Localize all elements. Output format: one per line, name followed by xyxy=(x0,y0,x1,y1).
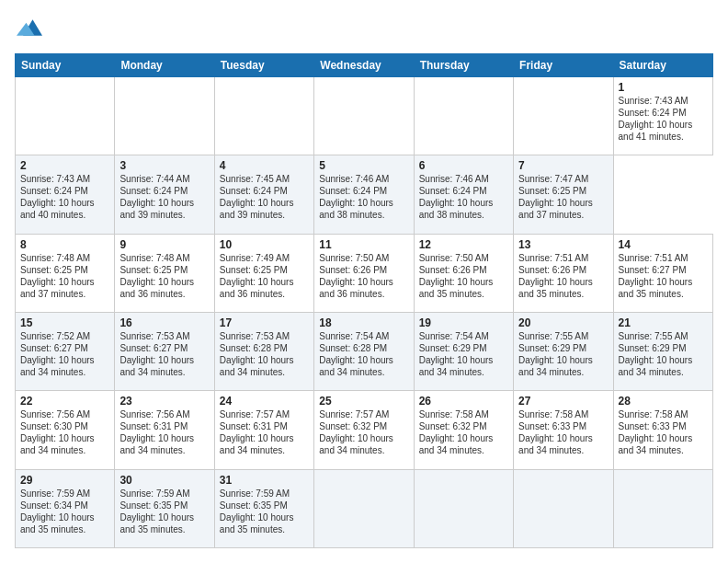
calendar-day-cell: 22 Sunrise: 7:56 AM Sunset: 6:30 PM Dayl… xyxy=(16,391,115,469)
calendar-day-cell xyxy=(314,469,414,547)
day-info: Sunrise: 7:50 AM Sunset: 6:26 PM Dayligh… xyxy=(319,252,408,300)
day-header: Sunday xyxy=(16,54,115,77)
calendar-week-row: 29 Sunrise: 7:59 AM Sunset: 6:34 PM Dayl… xyxy=(16,469,713,547)
calendar-week-row: 15 Sunrise: 7:52 AM Sunset: 6:27 PM Dayl… xyxy=(16,312,713,390)
day-number: 22 xyxy=(20,395,109,408)
calendar-day-cell: 1 Sunrise: 7:43 AM Sunset: 6:24 PM Dayli… xyxy=(613,77,712,155)
day-number: 8 xyxy=(20,238,109,251)
day-info: Sunrise: 7:59 AM Sunset: 6:34 PM Dayligh… xyxy=(20,488,109,535)
calendar-week-row: 1 Sunrise: 7:43 AM Sunset: 6:24 PM Dayli… xyxy=(16,77,713,155)
day-info: Sunrise: 7:46 AM Sunset: 6:24 PM Dayligh… xyxy=(319,173,408,221)
day-number: 17 xyxy=(220,316,309,329)
day-info: Sunrise: 7:55 AM Sunset: 6:29 PM Dayligh… xyxy=(518,330,608,378)
day-info: Sunrise: 7:58 AM Sunset: 6:33 PM Dayligh… xyxy=(518,408,608,456)
day-number: 15 xyxy=(20,316,109,329)
day-number: 7 xyxy=(518,159,608,172)
calendar-day-cell: 26 Sunrise: 7:58 AM Sunset: 6:32 PM Dayl… xyxy=(414,391,513,469)
calendar-day-cell: 18 Sunrise: 7:54 AM Sunset: 6:28 PM Dayl… xyxy=(314,312,414,390)
calendar-day-cell: 8 Sunrise: 7:48 AM Sunset: 6:25 PM Dayli… xyxy=(16,234,115,312)
day-number: 3 xyxy=(119,159,209,172)
day-header: Wednesday xyxy=(314,54,414,77)
day-number: 18 xyxy=(319,316,408,329)
calendar-table: SundayMondayTuesdayWednesdayThursdayFrid… xyxy=(15,53,713,548)
calendar-day-cell: 5 Sunrise: 7:46 AM Sunset: 6:24 PM Dayli… xyxy=(314,155,414,234)
calendar-week-row: 8 Sunrise: 7:48 AM Sunset: 6:25 PM Dayli… xyxy=(16,234,713,312)
calendar-day-cell: 31 Sunrise: 7:59 AM Sunset: 6:35 PM Dayl… xyxy=(214,469,313,547)
calendar-day-cell: 24 Sunrise: 7:57 AM Sunset: 6:31 PM Dayl… xyxy=(214,391,313,469)
day-info: Sunrise: 7:56 AM Sunset: 6:31 PM Dayligh… xyxy=(119,408,209,456)
calendar-day-cell: 6 Sunrise: 7:46 AM Sunset: 6:24 PM Dayli… xyxy=(414,155,513,234)
day-info: Sunrise: 7:59 AM Sunset: 6:35 PM Dayligh… xyxy=(119,488,209,535)
day-info: Sunrise: 7:49 AM Sunset: 6:25 PM Dayligh… xyxy=(220,252,309,300)
day-header: Thursday xyxy=(414,54,513,77)
day-info: Sunrise: 7:45 AM Sunset: 6:24 PM Dayligh… xyxy=(220,173,309,221)
day-info: Sunrise: 7:57 AM Sunset: 6:32 PM Dayligh… xyxy=(319,408,408,456)
day-number: 24 xyxy=(220,395,309,408)
page: SundayMondayTuesdayWednesdayThursdayFrid… xyxy=(0,0,728,563)
day-number: 16 xyxy=(119,316,209,329)
day-number: 5 xyxy=(319,159,408,172)
day-number: 25 xyxy=(319,395,408,408)
calendar-day-cell: 11 Sunrise: 7:50 AM Sunset: 6:26 PM Dayl… xyxy=(314,234,414,312)
day-number: 11 xyxy=(319,238,408,251)
calendar-day-cell: 25 Sunrise: 7:57 AM Sunset: 6:32 PM Dayl… xyxy=(314,391,414,469)
day-number: 10 xyxy=(220,238,309,251)
calendar-day-cell: 7 Sunrise: 7:47 AM Sunset: 6:25 PM Dayli… xyxy=(514,155,613,234)
day-number: 20 xyxy=(518,316,608,329)
day-number: 23 xyxy=(119,395,209,408)
day-number: 29 xyxy=(20,474,109,487)
day-info: Sunrise: 7:48 AM Sunset: 6:25 PM Dayligh… xyxy=(119,252,209,300)
calendar-day-cell: 27 Sunrise: 7:58 AM Sunset: 6:33 PM Dayl… xyxy=(514,391,613,469)
day-info: Sunrise: 7:57 AM Sunset: 6:31 PM Dayligh… xyxy=(220,408,309,456)
calendar-day-cell: 30 Sunrise: 7:59 AM Sunset: 6:35 PM Dayl… xyxy=(115,469,214,547)
calendar-day-cell: 20 Sunrise: 7:55 AM Sunset: 6:29 PM Dayl… xyxy=(514,312,613,390)
day-info: Sunrise: 7:46 AM Sunset: 6:24 PM Dayligh… xyxy=(419,173,508,221)
day-number: 28 xyxy=(619,395,708,408)
calendar-day-cell: 19 Sunrise: 7:54 AM Sunset: 6:29 PM Dayl… xyxy=(414,312,513,390)
day-number: 27 xyxy=(518,395,608,408)
day-number: 13 xyxy=(518,238,608,251)
day-info: Sunrise: 7:53 AM Sunset: 6:27 PM Dayligh… xyxy=(119,330,209,378)
calendar-day-cell: 14 Sunrise: 7:51 AM Sunset: 6:27 PM Dayl… xyxy=(613,234,712,312)
calendar-day-cell: 9 Sunrise: 7:48 AM Sunset: 6:25 PM Dayli… xyxy=(115,234,214,312)
day-info: Sunrise: 7:54 AM Sunset: 6:28 PM Dayligh… xyxy=(319,330,408,378)
day-info: Sunrise: 7:50 AM Sunset: 6:26 PM Dayligh… xyxy=(419,252,508,300)
day-number: 9 xyxy=(119,238,209,251)
day-info: Sunrise: 7:59 AM Sunset: 6:35 PM Dayligh… xyxy=(220,488,309,535)
day-info: Sunrise: 7:51 AM Sunset: 6:26 PM Dayligh… xyxy=(518,252,608,300)
calendar-day-cell xyxy=(16,77,115,155)
day-info: Sunrise: 7:47 AM Sunset: 6:25 PM Dayligh… xyxy=(518,173,608,221)
calendar-day-cell: 16 Sunrise: 7:53 AM Sunset: 6:27 PM Dayl… xyxy=(115,312,214,390)
calendar-day-cell: 23 Sunrise: 7:56 AM Sunset: 6:31 PM Dayl… xyxy=(115,391,214,469)
calendar-day-cell xyxy=(214,77,313,155)
calendar-body: 1 Sunrise: 7:43 AM Sunset: 6:24 PM Dayli… xyxy=(16,77,713,548)
calendar-day-cell: 13 Sunrise: 7:51 AM Sunset: 6:26 PM Dayl… xyxy=(514,234,613,312)
day-number: 12 xyxy=(419,238,508,251)
header xyxy=(15,15,713,44)
day-number: 31 xyxy=(220,474,309,487)
calendar-day-cell xyxy=(514,469,613,547)
day-number: 2 xyxy=(20,159,109,172)
calendar-day-cell xyxy=(514,77,613,155)
day-header: Saturday xyxy=(613,54,712,77)
day-number: 30 xyxy=(119,474,209,487)
day-number: 6 xyxy=(419,159,508,172)
calendar-day-cell: 12 Sunrise: 7:50 AM Sunset: 6:26 PM Dayl… xyxy=(414,234,513,312)
calendar-day-cell: 3 Sunrise: 7:44 AM Sunset: 6:24 PM Dayli… xyxy=(115,155,214,234)
calendar-day-cell: 21 Sunrise: 7:55 AM Sunset: 6:29 PM Dayl… xyxy=(613,312,712,390)
day-info: Sunrise: 7:58 AM Sunset: 6:33 PM Dayligh… xyxy=(619,408,708,456)
calendar-day-cell xyxy=(314,77,414,155)
day-info: Sunrise: 7:56 AM Sunset: 6:30 PM Dayligh… xyxy=(20,408,109,456)
calendar-day-cell: 10 Sunrise: 7:49 AM Sunset: 6:25 PM Dayl… xyxy=(214,234,313,312)
day-header: Monday xyxy=(115,54,214,77)
day-number: 26 xyxy=(419,395,508,408)
day-info: Sunrise: 7:48 AM Sunset: 6:25 PM Dayligh… xyxy=(20,252,109,300)
calendar-day-cell xyxy=(414,469,513,547)
day-info: Sunrise: 7:43 AM Sunset: 6:24 PM Dayligh… xyxy=(619,95,708,143)
day-header: Friday xyxy=(514,54,613,77)
calendar-day-cell: 29 Sunrise: 7:59 AM Sunset: 6:34 PM Dayl… xyxy=(16,469,115,547)
calendar-day-cell: 4 Sunrise: 7:45 AM Sunset: 6:24 PM Dayli… xyxy=(214,155,313,234)
day-info: Sunrise: 7:52 AM Sunset: 6:27 PM Dayligh… xyxy=(20,330,109,378)
day-number: 4 xyxy=(220,159,309,172)
logo xyxy=(15,15,42,44)
